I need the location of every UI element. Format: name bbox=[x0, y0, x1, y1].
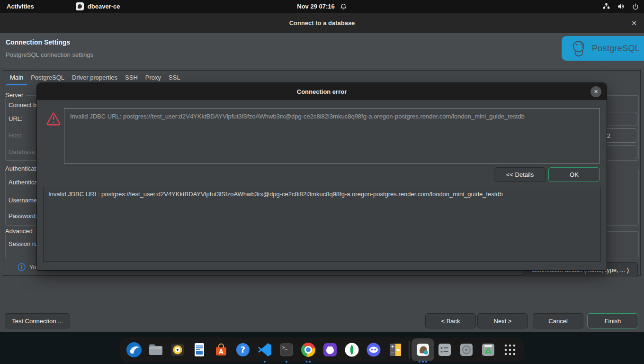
svg-text:>_: >_ bbox=[282, 345, 287, 350]
page-subtitle: PostgreSQL connection settings bbox=[6, 51, 93, 58]
window-titlebar: Connect to a database ✕ bbox=[0, 13, 644, 33]
error-dialog-close-button[interactable]: ✕ bbox=[590, 86, 601, 97]
discord-icon[interactable] bbox=[365, 341, 382, 358]
postgresql-badge: PostgreSQL bbox=[562, 36, 644, 61]
app-grid-icon[interactable] bbox=[501, 341, 519, 358]
libreoffice-writer-icon[interactable] bbox=[191, 341, 208, 358]
svg-text:+: + bbox=[391, 344, 394, 349]
focused-app-name: dbeaver-ce bbox=[88, 3, 120, 10]
focused-app-indicator[interactable]: dbeaver-ce bbox=[76, 2, 120, 10]
advanced-group-label: Advanced bbox=[5, 228, 36, 235]
connection-error-dialog: Connection error ✕ Invalid JDBC URL: pos… bbox=[37, 83, 607, 270]
chrome-icon[interactable] bbox=[300, 341, 317, 358]
notification-bell-icon bbox=[340, 3, 347, 10]
url-label: URL: bbox=[9, 115, 23, 123]
github-desktop-icon[interactable] bbox=[322, 341, 339, 358]
wizard-header: Connection Settings PostgreSQL connectio… bbox=[0, 33, 644, 68]
page-title: Connection Settings bbox=[6, 38, 70, 46]
password-label: Password: bbox=[9, 212, 37, 220]
error-warning-icon bbox=[46, 111, 61, 126]
database-label: Database: bbox=[9, 148, 36, 156]
username-label: Username: bbox=[9, 197, 39, 204]
error-dialog-titlebar: Connection error ✕ bbox=[37, 83, 607, 100]
postgresql-elephant-icon bbox=[569, 38, 588, 58]
vscode-icon[interactable] bbox=[256, 341, 273, 358]
test-connection-button[interactable]: Test Connection ... bbox=[5, 313, 70, 328]
error-message-box: Invalid JDBC URL: postgres://test_user:d… bbox=[64, 108, 600, 164]
power-icon bbox=[632, 3, 639, 10]
dock-separator bbox=[409, 341, 410, 359]
top-bar: Activities dbeaver-ce Nov 29 07:16 bbox=[0, 0, 644, 13]
connect-by-label: Connect by: bbox=[9, 101, 41, 109]
system-tray[interactable] bbox=[602, 2, 639, 10]
svg-text:?: ? bbox=[241, 345, 245, 355]
desktop: A ? >_ bbox=[0, 332, 644, 364]
svg-text:A: A bbox=[219, 348, 224, 355]
error-dialog-title: Connection error bbox=[297, 88, 347, 95]
network-icon bbox=[602, 2, 610, 10]
clock-label: Nov 29 07:16 bbox=[297, 3, 335, 10]
settings-icon[interactable] bbox=[436, 341, 453, 358]
back-button[interactable]: < Back bbox=[425, 313, 476, 328]
info-icon bbox=[18, 263, 26, 271]
svg-text:=: = bbox=[396, 347, 400, 353]
rhythmbox-icon[interactable] bbox=[169, 341, 186, 358]
mongodb-compass-icon[interactable] bbox=[343, 341, 360, 358]
trash-icon[interactable] bbox=[480, 341, 497, 358]
thunderbird-icon[interactable] bbox=[125, 341, 143, 358]
clock-menu[interactable]: Nov 29 07:16 bbox=[297, 3, 347, 10]
tab-main[interactable]: Main bbox=[6, 71, 27, 85]
error-details-textarea[interactable]: Invalid JDBC URL: postgres://test_user:d… bbox=[43, 187, 601, 262]
window-title: Connect to a database bbox=[289, 19, 355, 27]
disks-icon[interactable] bbox=[458, 341, 475, 358]
screen: Activities dbeaver-ce Nov 29 07:16 bbox=[0, 0, 644, 364]
help-icon[interactable]: ? bbox=[234, 341, 251, 358]
details-toggle-button[interactable]: << Details bbox=[494, 167, 546, 182]
cancel-button[interactable]: Cancel bbox=[533, 313, 583, 328]
next-button[interactable]: Next > bbox=[477, 313, 528, 328]
volume-icon bbox=[617, 2, 625, 10]
dock: A ? >_ bbox=[120, 337, 524, 362]
server-group-label: Server bbox=[5, 91, 26, 99]
activities-button[interactable]: Activities bbox=[7, 3, 34, 10]
window-close-button[interactable]: ✕ bbox=[631, 19, 637, 27]
dbeaver-mini-icon bbox=[76, 2, 84, 10]
calculator-icon[interactable]: +−= bbox=[387, 341, 404, 358]
host-label: Host: bbox=[9, 132, 23, 139]
terminal-icon[interactable]: >_ bbox=[278, 341, 295, 358]
dbeaver-icon[interactable] bbox=[414, 341, 431, 358]
files-icon[interactable] bbox=[147, 341, 164, 358]
ok-button[interactable]: OK bbox=[548, 167, 600, 182]
finish-button[interactable]: Finish bbox=[587, 313, 638, 328]
svg-text:−: − bbox=[391, 350, 394, 355]
postgresql-badge-label: PostgreSQL bbox=[592, 44, 640, 54]
ubuntu-software-icon[interactable]: A bbox=[213, 341, 230, 358]
